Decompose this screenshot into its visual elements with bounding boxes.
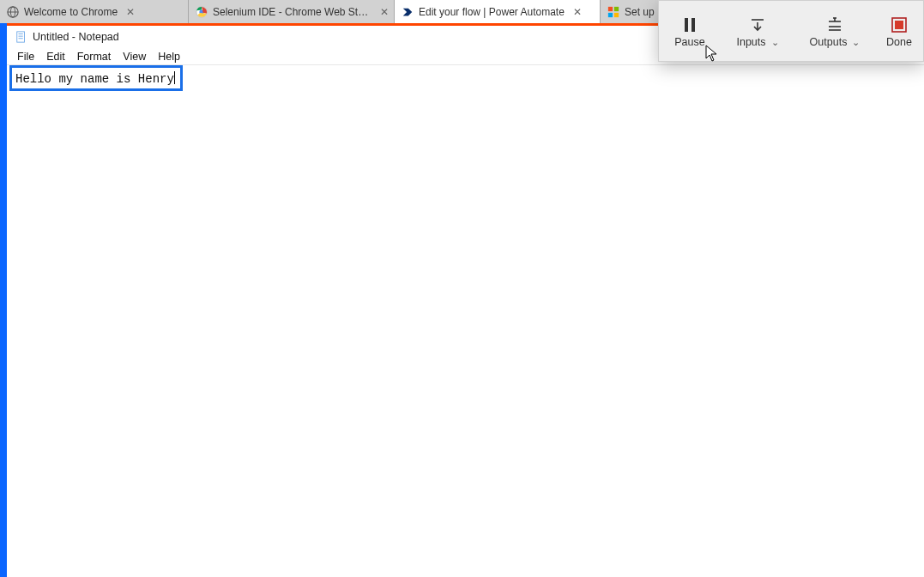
inputs-label: Inputs	[736, 36, 765, 48]
power-automate-icon	[402, 6, 414, 18]
svg-rect-23	[895, 21, 903, 29]
tab-title: Selenium IDE - Chrome Web Sto…	[213, 6, 371, 18]
tab-title: Set up	[625, 6, 655, 18]
desktop-recorder-toolbar[interactable]: Pause Inputs ⌄ Outputs ⌄ Done	[658, 0, 924, 62]
svg-rect-6	[614, 6, 619, 10]
done-label: Done	[886, 36, 912, 48]
close-icon[interactable]: ✕	[573, 7, 582, 17]
notepad-window: Untitled - Notepad File Edit Format View…	[7, 26, 924, 577]
svg-rect-13	[685, 18, 688, 32]
stop-icon	[891, 14, 907, 36]
window-title: Untitled - Notepad	[33, 31, 119, 43]
tab-title: Welcome to Chrome	[24, 6, 118, 18]
globe-icon	[7, 6, 19, 18]
outputs-icon	[825, 14, 844, 36]
pause-label: Pause	[674, 36, 704, 48]
done-button[interactable]: Done	[875, 1, 923, 61]
chrome-icon	[196, 6, 208, 18]
chevron-down-icon[interactable]: ⌄	[852, 37, 860, 48]
tab-selenium-ide[interactable]: Selenium IDE - Chrome Web Sto… ✕	[189, 0, 395, 23]
pause-button[interactable]: Pause	[659, 1, 721, 61]
pause-icon	[683, 14, 697, 36]
tab-power-automate[interactable]: Edit your flow | Power Automate ✕	[395, 0, 601, 23]
menu-help[interactable]: Help	[153, 51, 185, 63]
typed-text: Hello my name is Henry	[15, 72, 174, 86]
svg-rect-7	[608, 12, 613, 16]
tab-title: Edit your flow | Power Automate	[419, 6, 565, 18]
menu-format[interactable]: Format	[72, 51, 117, 63]
svg-rect-5	[608, 6, 613, 10]
microsoft-icon	[607, 6, 619, 18]
desktop-background-sliver	[0, 23, 7, 577]
outputs-label: Outputs	[810, 36, 848, 48]
outputs-button[interactable]: Outputs ⌄	[794, 1, 875, 61]
chevron-down-icon[interactable]: ⌄	[771, 37, 779, 48]
close-icon[interactable]: ✕	[126, 7, 135, 17]
svg-rect-14	[691, 18, 695, 32]
tab-welcome-chrome[interactable]: Welcome to Chrome ✕	[0, 0, 189, 23]
menu-view[interactable]: View	[118, 51, 151, 63]
inputs-button[interactable]: Inputs ⌄	[721, 1, 794, 61]
svg-rect-8	[614, 12, 619, 16]
recorder-text-highlight: Hello my name is Henry	[9, 65, 183, 91]
menu-file[interactable]: File	[12, 51, 39, 63]
notepad-text-area[interactable]: Hello my name is Henry	[7, 65, 924, 577]
svg-rect-9	[17, 32, 25, 42]
text-caret	[174, 71, 175, 84]
inputs-icon	[748, 14, 767, 36]
notepad-icon	[15, 31, 27, 43]
close-icon[interactable]: ✕	[380, 7, 389, 17]
menu-edit[interactable]: Edit	[41, 51, 70, 63]
